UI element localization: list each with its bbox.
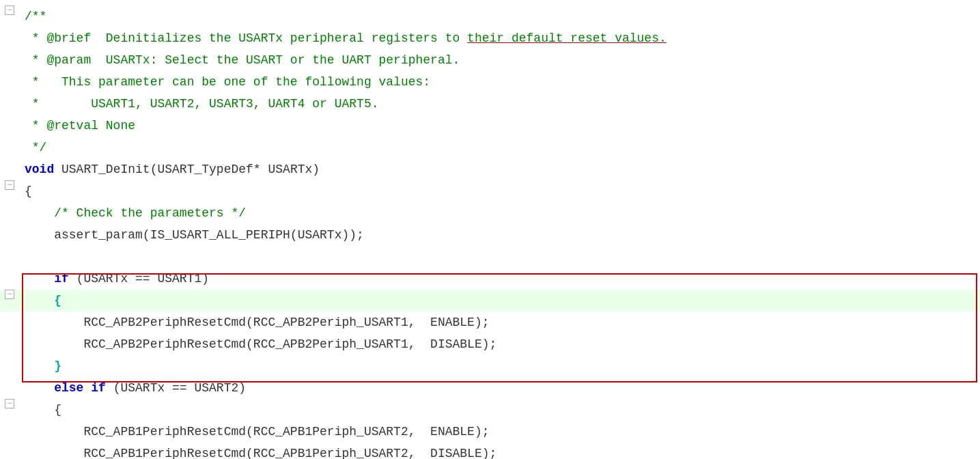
line-content: RCC_APB2PeriphResetCmd(RCC_APB2Periph_US… xyxy=(22,311,980,333)
line-content: if (USARTx == USART1) xyxy=(22,268,980,290)
code-line: −/** xyxy=(0,5,980,27)
code-line: * @param USARTx: Select the USART or the… xyxy=(0,49,980,71)
line-content: RCC_APB1PeriphResetCmd(RCC_APB1Periph_US… xyxy=(22,421,980,443)
keyword: if xyxy=(54,272,69,286)
line-content: { xyxy=(22,180,980,202)
keyword: void xyxy=(25,163,54,176)
code-line: RCC_APB1PeriphResetCmd(RCC_APB1Periph_US… xyxy=(0,443,980,459)
line-content: { xyxy=(22,399,980,421)
line-content: { xyxy=(22,290,980,311)
keyword: else if xyxy=(54,381,106,395)
line-content: RCC_APB2PeriphResetCmd(RCC_APB2Periph_US… xyxy=(22,333,980,355)
code-line: * This parameter can be one of the follo… xyxy=(0,71,980,93)
line-content: /* Check the parameters */ xyxy=(22,202,980,224)
collapse-icon[interactable]: − xyxy=(5,290,14,299)
line-content: else if (USARTx == USART2) xyxy=(22,377,980,399)
collapse-icon[interactable]: − xyxy=(5,399,14,408)
code-line: void USART_DeInit(USART_TypeDef* USARTx) xyxy=(0,158,980,180)
code-line: − { xyxy=(0,399,980,421)
line-content: * @retval None xyxy=(22,115,980,137)
line-content: * USART1, USART2, USART3, UART4 or UART5… xyxy=(22,93,980,115)
line-content: * This parameter can be one of the follo… xyxy=(22,71,980,93)
collapse-icon[interactable]: − xyxy=(5,180,14,190)
code-line: assert_param(IS_USART_ALL_PERIPH(USARTx)… xyxy=(0,224,980,246)
comment-text: /* Check the parameters */ xyxy=(25,206,246,220)
line-content: * @param USARTx: Select the USART or the… xyxy=(22,49,980,71)
code-line: if (USARTx == USART1) xyxy=(0,268,980,290)
comment-text: * USART1, USART2, USART3, UART4 or UART5… xyxy=(25,97,378,111)
bracket-text: { xyxy=(25,294,61,307)
code-line: * @brief Deinitializes the USARTx periph… xyxy=(0,27,980,49)
line-content: assert_param(IS_USART_ALL_PERIPH(USARTx)… xyxy=(22,224,980,246)
code-line: * @retval None xyxy=(0,115,980,137)
line-content: /** xyxy=(22,5,980,27)
bracket-text: } xyxy=(25,359,61,373)
line-content: RCC_APB1PeriphResetCmd(RCC_APB1Periph_US… xyxy=(22,443,980,459)
code-line: RCC_APB2PeriphResetCmd(RCC_APB2Periph_US… xyxy=(0,333,980,355)
code-line: −{ xyxy=(0,180,980,202)
code-line: − { xyxy=(0,290,980,311)
comment-text: * @brief Deinitializes the USARTx periph… xyxy=(25,31,667,45)
code-editor: −/** * @brief Deinitializes the USARTx p… xyxy=(0,0,980,459)
line-content: */ xyxy=(22,137,980,158)
comment-text: * @param USARTx: Select the USART or the… xyxy=(25,53,460,67)
line-gutter: − xyxy=(0,399,19,408)
line-content: * @brief Deinitializes the USARTx periph… xyxy=(22,27,980,49)
line-gutter: − xyxy=(0,5,19,15)
code-line: } xyxy=(0,355,980,377)
comment-text: /** xyxy=(25,10,46,23)
code-line: /* Check the parameters */ xyxy=(0,202,980,224)
code-line xyxy=(0,246,980,268)
comment-text: */ xyxy=(25,141,46,154)
line-gutter: − xyxy=(0,290,19,299)
code-line: * USART1, USART2, USART3, UART4 or UART5… xyxy=(0,93,980,115)
comment-text: * @retval None xyxy=(25,119,135,133)
line-content: } xyxy=(22,355,980,377)
code-line: RCC_APB1PeriphResetCmd(RCC_APB1Periph_US… xyxy=(0,421,980,443)
line-gutter: − xyxy=(0,180,19,190)
code-line: else if (USARTx == USART2) xyxy=(0,377,980,399)
code-line: RCC_APB2PeriphResetCmd(RCC_APB2Periph_US… xyxy=(0,311,980,333)
collapse-icon[interactable]: − xyxy=(5,5,14,15)
code-line: */ xyxy=(0,137,980,158)
line-content: void USART_DeInit(USART_TypeDef* USARTx) xyxy=(22,158,980,180)
comment-text: * This parameter can be one of the follo… xyxy=(25,75,430,89)
